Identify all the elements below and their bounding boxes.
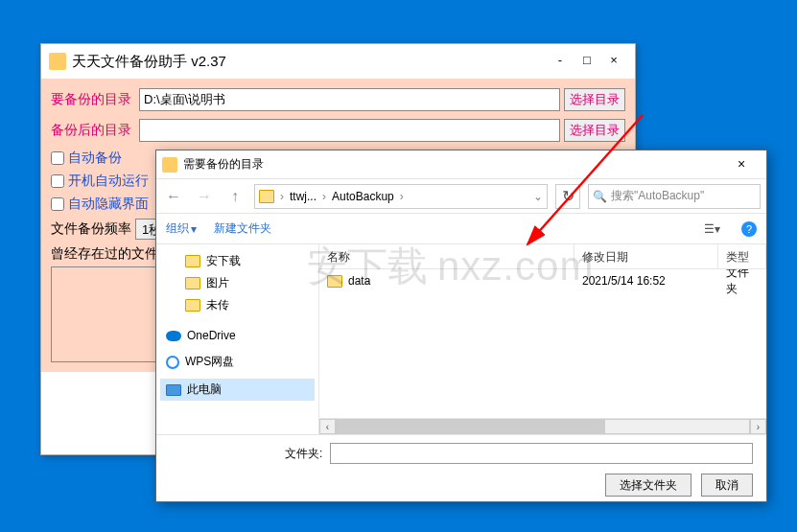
cancel-button[interactable]: 取消: [701, 474, 753, 497]
dialog-title: 需要备份的目录: [183, 156, 722, 173]
horizontal-scrollbar[interactable]: ‹ ›: [319, 418, 766, 434]
file-list-pane: 名称 修改日期 类型 data 2021/5/14 16:52 文件夹 ‹ ›: [319, 244, 766, 434]
refresh-button[interactable]: ↻: [555, 184, 580, 209]
folder-icon: [327, 275, 342, 288]
dest-dir-label: 备份后的目录: [51, 122, 139, 139]
file-list[interactable]: data 2021/5/14 16:52 文件夹: [319, 269, 766, 418]
pc-icon: [166, 384, 181, 396]
nav-up-button[interactable]: ↑: [223, 185, 246, 208]
scroll-left-button[interactable]: ‹: [319, 419, 336, 434]
dest-dir-input[interactable]: [139, 119, 560, 142]
chevron-down-icon: ▾: [191, 222, 197, 236]
main-titlebar: 天天文件备份助手 v2.37 - □ ×: [41, 44, 635, 79]
list-item[interactable]: data 2021/5/14 16:52 文件夹: [319, 269, 766, 292]
tree-item-thispc[interactable]: 此电脑: [160, 379, 315, 401]
source-dir-label: 要备份的目录: [51, 91, 139, 108]
wps-icon: [166, 356, 179, 369]
nav-forward-button[interactable]: →: [193, 185, 216, 208]
chevron-down-icon[interactable]: ⌄: [533, 190, 543, 203]
onedrive-icon: [166, 331, 181, 341]
chevron-right-icon: ›: [280, 190, 284, 203]
dialog-content: 安下载 图片 未传 OneDrive WPS网盘 此电脑 名称 修改日期 类型 …: [156, 244, 766, 434]
folder-icon: [185, 255, 200, 267]
folder-input-label: 文件夹:: [285, 446, 322, 462]
folder-tree[interactable]: 安下载 图片 未传 OneDrive WPS网盘 此电脑: [156, 244, 319, 434]
source-dir-input[interactable]: [139, 88, 560, 111]
select-folder-button[interactable]: 选择文件夹: [605, 474, 692, 497]
tree-item-anxiazai[interactable]: 安下载: [160, 250, 315, 272]
col-date[interactable]: 修改日期: [574, 244, 718, 268]
auto-hide-checkbox[interactable]: [51, 197, 64, 211]
minimize-button[interactable]: -: [547, 52, 574, 71]
folder-icon: [259, 190, 274, 203]
tree-item-wps[interactable]: WPS网盘: [160, 351, 315, 373]
maximize-button[interactable]: □: [574, 52, 600, 71]
auto-run-checkbox[interactable]: [51, 174, 64, 188]
close-button[interactable]: ×: [600, 52, 627, 71]
chevron-right-icon: ›: [322, 190, 326, 203]
breadcrumb-part[interactable]: AutoBackup: [332, 190, 394, 203]
search-input[interactable]: 🔍 搜索"AutoBackup": [588, 184, 761, 209]
scroll-right-button[interactable]: ›: [750, 419, 766, 434]
app-icon: [49, 53, 66, 70]
help-button[interactable]: ?: [741, 221, 757, 237]
scroll-thumb[interactable]: [337, 420, 605, 433]
main-title: 天天文件备份助手 v2.37: [72, 53, 547, 71]
col-type[interactable]: 类型: [718, 244, 766, 268]
organize-menu[interactable]: 组织 ▾: [166, 220, 197, 237]
choose-source-button[interactable]: 选择目录: [564, 88, 625, 111]
tree-item-weichuan[interactable]: 未传: [160, 294, 315, 316]
dialog-nav: ← → ↑ › ttwj... › AutoBackup › ⌄ ↻ 🔍 搜索"…: [156, 179, 766, 214]
chevron-right-icon: ›: [400, 190, 404, 203]
search-icon: 🔍: [593, 190, 607, 203]
nav-back-button[interactable]: ←: [162, 185, 185, 208]
view-options-button[interactable]: ☰▾: [700, 222, 724, 236]
folder-dialog: 需要备份的目录 × ← → ↑ › ttwj... › AutoBackup ›…: [155, 150, 767, 502]
auto-hide-label: 自动隐藏界面: [68, 196, 149, 213]
auto-backup-checkbox[interactable]: [51, 151, 64, 165]
scroll-track[interactable]: [336, 419, 750, 434]
tree-item-pictures[interactable]: 图片: [160, 272, 315, 294]
folder-name-input[interactable]: [330, 443, 753, 464]
dialog-toolbar: 组织 ▾ 新建文件夹 ☰▾ ?: [156, 214, 766, 244]
tree-item-onedrive[interactable]: OneDrive: [160, 326, 315, 345]
dialog-titlebar: 需要备份的目录 ×: [156, 150, 766, 179]
auto-run-label: 开机自动运行: [68, 173, 149, 190]
auto-backup-label: 自动备份: [68, 150, 122, 167]
new-folder-button[interactable]: 新建文件夹: [214, 220, 271, 237]
folder-icon: [185, 299, 200, 312]
freq-label: 文件备份频率: [51, 220, 131, 238]
choose-dest-button[interactable]: 选择目录: [564, 119, 625, 142]
file-list-header: 名称 修改日期 类型: [319, 244, 766, 269]
dialog-app-icon: [162, 157, 177, 173]
dialog-close-button[interactable]: ×: [722, 151, 761, 178]
search-placeholder: 搜索"AutoBackup": [611, 188, 704, 204]
folder-icon: [185, 277, 200, 289]
dialog-footer: 文件夹: 选择文件夹 取消: [156, 434, 766, 501]
breadcrumb-part[interactable]: ttwj...: [290, 190, 316, 203]
col-name[interactable]: 名称: [319, 244, 574, 268]
breadcrumb[interactable]: › ttwj... › AutoBackup › ⌄: [254, 184, 548, 209]
